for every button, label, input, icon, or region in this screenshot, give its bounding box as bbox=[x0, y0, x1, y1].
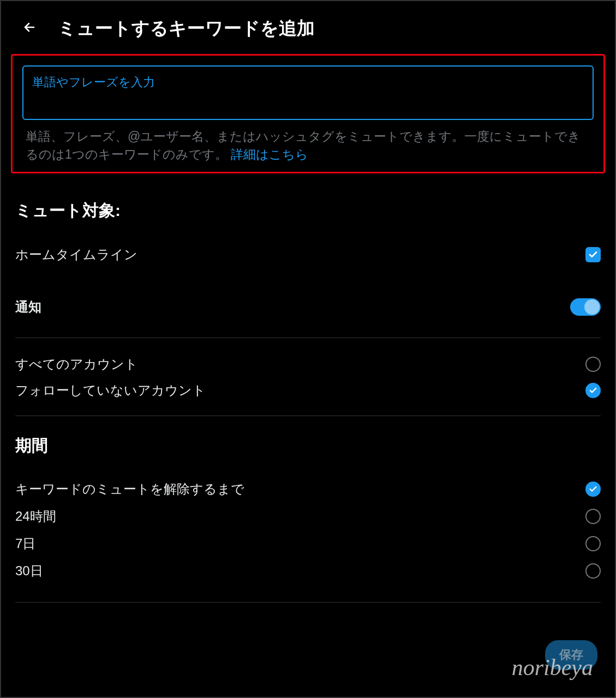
duration-24h-radio[interactable] bbox=[585, 509, 601, 524]
learn-more-link[interactable]: 詳細はこちら bbox=[231, 147, 308, 161]
keyword-input[interactable]: 単語やフレーズを入力 bbox=[22, 65, 594, 120]
not-following-radio[interactable] bbox=[585, 383, 601, 398]
notifications-toggle[interactable] bbox=[570, 298, 601, 316]
duration-30d-radio[interactable] bbox=[585, 563, 601, 579]
all-accounts-label: すべてのアカウント bbox=[15, 356, 138, 373]
duration-24h-label: 24時間 bbox=[15, 508, 56, 525]
notifications-label: 通知 bbox=[15, 298, 41, 316]
page-title: ミュートするキーワードを追加 bbox=[58, 16, 315, 41]
save-button[interactable]: 保存 bbox=[545, 640, 597, 670]
home-timeline-checkbox[interactable] bbox=[585, 247, 601, 262]
divider bbox=[15, 338, 601, 338]
duration-30d-label: 30日 bbox=[15, 562, 43, 580]
duration-until-unmute-label: キーワードのミュートを解除するまで bbox=[15, 480, 244, 498]
keyword-input-label: 単語やフレーズを入力 bbox=[32, 75, 155, 89]
divider bbox=[15, 416, 601, 416]
all-accounts-radio[interactable] bbox=[585, 357, 601, 372]
duration-7d-radio[interactable] bbox=[585, 536, 601, 551]
not-following-label: フォローしていないアカウント bbox=[15, 382, 206, 399]
divider bbox=[15, 602, 601, 603]
back-arrow-icon[interactable] bbox=[23, 20, 36, 38]
keyword-help-text: 単語、フレーズ、@ユーザー名、またはハッシュタグをミュートできます。一度にミュー… bbox=[22, 128, 594, 164]
mute-target-title: ミュート対象: bbox=[15, 200, 601, 222]
keyword-input-highlight: 単語やフレーズを入力 単語、フレーズ、@ユーザー名、またはハッシュタグをミュート… bbox=[11, 54, 605, 173]
duration-7d-label: 7日 bbox=[15, 535, 35, 552]
home-timeline-label: ホームタイムライン bbox=[15, 246, 137, 263]
duration-until-unmute-radio[interactable] bbox=[585, 482, 601, 497]
duration-title: 期間 bbox=[15, 435, 601, 457]
